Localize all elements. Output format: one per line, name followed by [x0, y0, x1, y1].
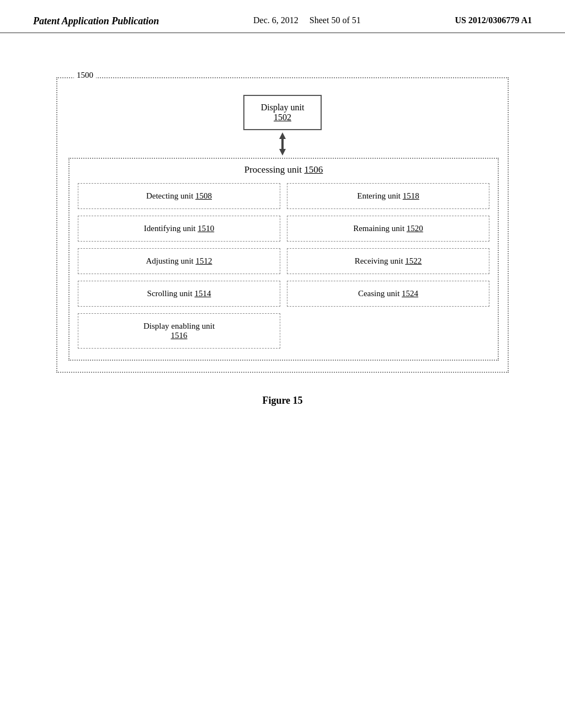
processing-unit-label: Processing unit — [244, 164, 302, 175]
receiving-unit-number: 1522 — [405, 256, 422, 265]
display-enabling-unit-cell: Display enabling unit 1516 — [78, 313, 280, 349]
publication-date: Dec. 6, 2012 — [253, 15, 299, 25]
receiving-unit-cell: Receiving unit 1522 — [287, 248, 489, 274]
receiving-unit-label: Receiving unit — [355, 256, 403, 265]
processing-unit-title: Processing unit 1506 — [78, 164, 489, 175]
scrolling-unit-number: 1514 — [194, 289, 211, 298]
display-unit-label: Display unit — [261, 103, 305, 113]
display-unit-number: 1502 — [261, 113, 305, 122]
svg-marker-2 — [279, 149, 286, 156]
remaining-unit-number: 1520 — [407, 224, 423, 233]
main-content: 1500 Display unit 1502 Processing unit — [0, 33, 565, 440]
page-header: Patent Application Publication Dec. 6, 2… — [0, 0, 565, 33]
patent-number: US 2012/0306779 A1 — [455, 15, 532, 25]
figure-caption: Figure 15 — [262, 395, 302, 406]
identifying-unit-number: 1510 — [198, 224, 214, 233]
display-enabling-unit-label: Display enabling unit — [143, 322, 215, 330]
scrolling-unit-label: Scrolling unit — [147, 289, 193, 298]
empty-cell — [287, 313, 489, 349]
entering-unit-label: Entering unit — [357, 191, 401, 200]
scrolling-unit-cell: Scrolling unit 1514 — [78, 281, 280, 307]
adjusting-unit-label: Adjusting unit — [146, 256, 193, 265]
processing-unit-number: 1506 — [304, 164, 323, 175]
detecting-unit-cell: Detecting unit 1508 — [78, 183, 280, 209]
remaining-unit-cell: Remaining unit 1520 — [287, 216, 489, 242]
entering-unit-cell: Entering unit 1518 — [287, 183, 489, 209]
header-center: Dec. 6, 2012 Sheet 50 of 51 — [253, 15, 361, 25]
arrow-container — [68, 130, 497, 158]
sheet-info: Sheet 50 of 51 — [310, 15, 361, 25]
detecting-unit-number: 1508 — [195, 191, 212, 200]
identifying-unit-label: Identifying unit — [144, 224, 196, 233]
outer-box-label: 1500 — [74, 71, 96, 80]
adjusting-unit-number: 1512 — [196, 256, 212, 265]
detecting-unit-label: Detecting unit — [146, 191, 193, 200]
display-unit-wrapper: Display unit 1502 — [68, 95, 497, 130]
arrow-icon — [271, 130, 294, 158]
identifying-unit-cell: Identifying unit 1510 — [78, 216, 280, 242]
remaining-unit-label: Remaining unit — [353, 224, 404, 233]
svg-marker-0 — [279, 132, 286, 139]
display-enabling-unit-number: 1516 — [171, 331, 188, 340]
display-unit-box: Display unit 1502 — [243, 95, 322, 130]
ceasing-unit-number: 1524 — [402, 289, 418, 298]
sub-units-grid: Detecting unit 1508 Entering unit 1518 I… — [78, 183, 489, 349]
ceasing-unit-cell: Ceasing unit 1524 — [287, 281, 489, 307]
processing-unit-box: Processing unit 1506 Detecting unit 1508… — [68, 158, 499, 361]
outer-box-1500: 1500 Display unit 1502 Processing unit — [56, 77, 509, 373]
ceasing-unit-label: Ceasing unit — [358, 289, 399, 298]
adjusting-unit-cell: Adjusting unit 1512 — [78, 248, 280, 274]
entering-unit-number: 1518 — [403, 191, 419, 200]
publication-title: Patent Application Publication — [33, 15, 159, 27]
